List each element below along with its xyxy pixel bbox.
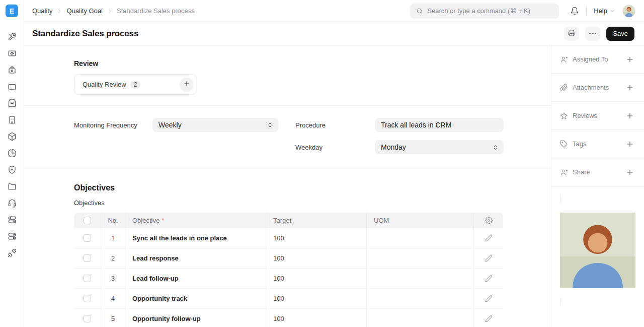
pie-chart-icon[interactable] bbox=[8, 149, 17, 158]
add-attachment-icon[interactable] bbox=[626, 84, 634, 92]
ellipsis-icon bbox=[589, 33, 596, 34]
monitoring-frequency-select[interactable]: Weekly bbox=[152, 118, 278, 132]
target-cell[interactable]: 100 bbox=[266, 309, 366, 327]
weekday-label: Weekday bbox=[295, 144, 375, 151]
plus-icon bbox=[183, 80, 190, 89]
target-cell[interactable]: 100 bbox=[266, 248, 366, 268]
breadcrumb-quality-goal[interactable]: Quality Goal bbox=[66, 7, 103, 15]
print-button[interactable] bbox=[564, 27, 579, 41]
sidebar-item-label: Reviews bbox=[573, 112, 597, 119]
sidebar-item-assigned-to[interactable]: Assigned To bbox=[551, 45, 644, 74]
toggles-icon[interactable] bbox=[8, 215, 17, 224]
row-checkbox[interactable] bbox=[84, 275, 91, 282]
table-row: 5 Opportunity follow-up 100 bbox=[74, 309, 503, 327]
title-bar: Standardize Sales process Save bbox=[24, 22, 644, 45]
row-number: 1 bbox=[101, 228, 125, 248]
row-number: 4 bbox=[101, 289, 125, 308]
headset-icon[interactable] bbox=[8, 199, 17, 208]
more-options-button[interactable] bbox=[585, 27, 600, 41]
package-icon[interactable] bbox=[8, 132, 17, 141]
camera-icon[interactable] bbox=[8, 66, 17, 75]
select-all-checkbox[interactable] bbox=[84, 217, 91, 224]
help-label: Help bbox=[594, 7, 607, 15]
procedure-input[interactable]: Track all leads in CRM bbox=[375, 118, 504, 132]
add-tag-icon[interactable] bbox=[626, 140, 634, 148]
add-review-button[interactable] bbox=[180, 78, 194, 92]
objectives-table: No. Objective* Target UOM 1 Sync all the… bbox=[74, 213, 503, 327]
edit-row-pencil-icon[interactable] bbox=[485, 295, 493, 302]
sidebar-item-label: Assigned To bbox=[573, 55, 608, 63]
sidebar-item-tags[interactable]: Tags bbox=[551, 130, 644, 158]
edit-row-pencil-icon[interactable] bbox=[485, 315, 493, 322]
target-cell[interactable]: 100 bbox=[266, 228, 366, 248]
star-icon bbox=[560, 112, 568, 120]
add-assigned-to-icon[interactable] bbox=[626, 55, 634, 63]
app-logo[interactable]: E bbox=[6, 5, 18, 17]
user-avatar[interactable] bbox=[622, 5, 635, 18]
table-settings-gear-icon[interactable] bbox=[485, 217, 493, 224]
row-checkbox[interactable] bbox=[84, 234, 91, 242]
objective-cell[interactable]: Lead follow-up bbox=[125, 269, 266, 288]
uom-cell[interactable] bbox=[366, 309, 473, 327]
edit-row-pencil-icon[interactable] bbox=[485, 275, 493, 282]
edit-row-pencil-icon[interactable] bbox=[485, 254, 493, 262]
objective-cell[interactable]: Opportunity follow-up bbox=[125, 309, 266, 327]
shield-check-icon[interactable] bbox=[8, 165, 17, 174]
search-input[interactable]: Search or type a command (⌘ + K) bbox=[410, 4, 559, 19]
notifications-bell-icon[interactable] bbox=[570, 7, 579, 16]
top-navbar: Quality Quality Goal Standardize Sales p… bbox=[24, 0, 644, 22]
weekday-select[interactable]: Monday bbox=[375, 140, 504, 154]
empty-grid-cell bbox=[74, 140, 278, 154]
row-number: 2 bbox=[101, 248, 125, 268]
toggles-alt-icon[interactable] bbox=[8, 232, 17, 241]
table-row: 4 Opportunity track 100 bbox=[74, 289, 503, 309]
monitoring-frequency-field: Monitoring Frequency Weekly bbox=[74, 118, 278, 132]
uom-cell[interactable] bbox=[366, 269, 473, 288]
chevron-down-icon bbox=[609, 8, 615, 14]
building-icon[interactable] bbox=[8, 115, 17, 124]
sidebar-item-share[interactable]: Share bbox=[551, 158, 644, 186]
quality-review-link-card[interactable]: Quality Review 2 bbox=[74, 74, 197, 95]
required-marker: * bbox=[162, 217, 164, 224]
row-checkbox[interactable] bbox=[84, 315, 91, 322]
uom-cell[interactable] bbox=[366, 228, 473, 248]
shared-user-avatar[interactable] bbox=[560, 194, 635, 306]
column-header-no: No. bbox=[101, 213, 125, 228]
column-header-objective: Objective* bbox=[125, 213, 266, 228]
add-share-icon[interactable] bbox=[626, 168, 634, 176]
add-review-icon[interactable] bbox=[626, 112, 634, 120]
row-checkbox[interactable] bbox=[84, 295, 91, 302]
help-menu[interactable]: Help bbox=[594, 7, 615, 15]
target-cell[interactable]: 100 bbox=[266, 269, 366, 288]
folder-icon[interactable] bbox=[8, 182, 17, 191]
objective-cell[interactable]: Lead response bbox=[125, 248, 266, 268]
form-content: Review Quality Review 2 Monitoring Frequ… bbox=[24, 45, 551, 327]
row-checkbox[interactable] bbox=[84, 254, 91, 262]
tools-icon[interactable] bbox=[8, 32, 17, 41]
printer-icon bbox=[568, 29, 576, 38]
uom-cell[interactable] bbox=[366, 289, 473, 308]
app-window: E Quality Quality Goal St bbox=[0, 0, 644, 327]
objectives-heading: Objectives bbox=[74, 183, 504, 192]
sidebar-item-reviews[interactable]: Reviews bbox=[551, 102, 644, 130]
search-placeholder: Search or type a command (⌘ + K) bbox=[427, 7, 530, 15]
sidebar-item-attachments[interactable]: Attachments bbox=[551, 74, 644, 102]
chevron-right-icon bbox=[56, 8, 62, 14]
card-icon[interactable] bbox=[8, 82, 17, 91]
shopping-bag-icon[interactable] bbox=[8, 99, 17, 108]
breadcrumb-current: Standardize Sales process bbox=[117, 7, 195, 15]
eye-device-icon[interactable] bbox=[8, 49, 17, 58]
breadcrumb: Quality Quality Goal Standardize Sales p… bbox=[32, 7, 195, 15]
objective-cell[interactable]: Opportunity track bbox=[125, 289, 266, 308]
plug-icon[interactable] bbox=[8, 248, 17, 257]
uom-cell[interactable] bbox=[366, 248, 473, 268]
sidebar-item-label: Share bbox=[573, 168, 590, 176]
save-button[interactable]: Save bbox=[606, 27, 634, 41]
edit-row-pencil-icon[interactable] bbox=[485, 234, 493, 242]
breadcrumb-quality[interactable]: Quality bbox=[32, 7, 52, 15]
user-plus-icon bbox=[560, 55, 568, 63]
table-row: 2 Lead response 100 bbox=[74, 248, 503, 269]
objective-cell[interactable]: Sync all the leads in one place bbox=[125, 228, 266, 248]
procedure-label: Procedure bbox=[295, 121, 375, 129]
target-cell[interactable]: 100 bbox=[266, 289, 366, 308]
